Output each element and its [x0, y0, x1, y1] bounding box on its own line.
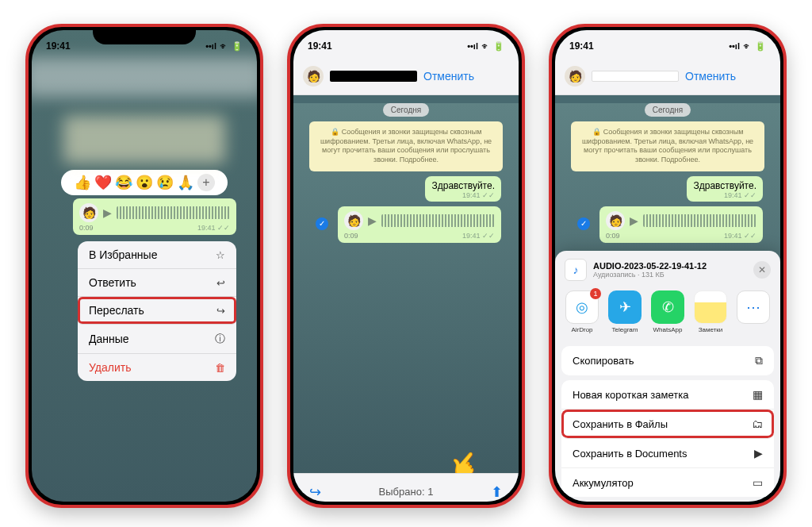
avatar: 🧑	[79, 203, 98, 222]
reaction-emoji[interactable]: 🙏	[177, 174, 194, 191]
app-icon: ⋯	[737, 290, 770, 324]
read-ticks-icon: ✓✓	[217, 224, 230, 232]
screen-3: 19:41 ••ıl ᯤ 🔋 🧑 Отменить Сегодня 🔒Сообщ…	[555, 30, 780, 502]
selection-checkmark[interactable]: ✓	[316, 217, 328, 230]
forward-icon[interactable]: ↪	[309, 483, 321, 501]
status-bar: 19:41 ••ıl ᯤ 🔋	[32, 30, 257, 57]
phone-frame-2: 19:41 ••ıl ᯤ 🔋 🧑 Отменить Сегодня 🔒Сообщ…	[287, 24, 525, 508]
waveform[interactable]	[381, 214, 495, 227]
status-time: 19:41	[569, 40, 594, 52]
menu-item-icon: 🗑	[215, 362, 225, 374]
share-apps-row: ◎AirDrop✈Telegram✆WhatsAppЗаметки⋯	[555, 287, 780, 341]
voice-time: 19:41	[197, 224, 216, 232]
reaction-emoji[interactable]: 😂	[115, 174, 132, 191]
read-ticks-icon: ✓✓	[482, 232, 495, 240]
action-icon: ▶	[754, 447, 763, 460]
avatar: 🧑	[606, 211, 625, 230]
menu-item-label: Переслать	[89, 304, 144, 317]
app-label: Telegram	[606, 326, 644, 333]
day-pill: Сегодня	[645, 103, 691, 117]
signal-icon: ••ıl	[467, 41, 478, 51]
wifi-icon: ᯤ	[220, 41, 228, 51]
menu-item-icon: ☆	[216, 249, 225, 261]
action-list-2: Новая короткая заметка▦Сохранить в Файлы…	[561, 380, 774, 497]
menu-item-label: В Избранные	[89, 248, 157, 261]
action-icon: ▭	[753, 476, 763, 489]
lock-icon: 🔒	[331, 128, 339, 136]
menu-item-Переслать[interactable]: Переслать↪	[78, 297, 236, 325]
encryption-text: Сообщения и звонки защищены сквозным шиф…	[582, 128, 753, 163]
chat-title-redacted	[330, 71, 417, 82]
add-reaction-icon[interactable]: +	[197, 174, 215, 191]
status-icons: ••ıl ᯤ 🔋	[729, 41, 766, 52]
voice-message-bubble[interactable]: 🧑 ▶ 0:09 19:41 ✓✓	[73, 198, 236, 235]
action-icon: ▦	[753, 388, 763, 401]
encryption-notice[interactable]: 🔒Сообщения и звонки защищены сквозным ши…	[571, 121, 764, 171]
voice-message-bubble[interactable]: 🧑 ▶ 0:09 19:41 ✓✓	[338, 206, 501, 243]
share-app-WhatsApp[interactable]: ✆WhatsApp	[649, 290, 687, 333]
share-app-Заметки[interactable]: Заметки	[691, 290, 730, 333]
message-text: Здравствуйте.	[431, 180, 495, 191]
chat-body: Сегодня 🔒Сообщения и звонки защищены скв…	[555, 103, 780, 502]
menu-item-Данные[interactable]: Данныеⓘ	[78, 325, 236, 354]
menu-item-Удалить[interactable]: Удалить🗑	[78, 354, 236, 381]
avatar[interactable]: 🧑	[303, 66, 324, 87]
phone-frame-3: 19:41 ••ıl ᯤ 🔋 🧑 Отменить Сегодня 🔒Сообщ…	[549, 24, 787, 508]
menu-item-В Избранные[interactable]: В Избранные☆	[78, 241, 236, 269]
action-icon: ⧉	[755, 354, 763, 367]
waveform[interactable]	[117, 206, 230, 219]
cancel-button[interactable]: Отменить	[423, 70, 474, 83]
share-sheet: ♪ AUDIO-2023-05-22-19-41-12 Аудиозапись …	[555, 251, 780, 502]
blurred-header	[32, 57, 257, 97]
menu-item-label: Данные	[89, 333, 129, 345]
voice-duration: 0:09	[79, 224, 94, 232]
waveform[interactable]	[643, 214, 756, 227]
menu-item-icon: ↩	[216, 277, 225, 289]
share-icon[interactable]: ⬆︎	[491, 483, 503, 501]
action-Новая короткая заметка[interactable]: Новая короткая заметка▦	[561, 380, 774, 410]
read-ticks-icon: ✓✓	[482, 191, 495, 199]
voice-duration: 0:09	[344, 232, 358, 240]
action-Скопировать[interactable]: Скопировать⧉	[561, 346, 774, 375]
action-list-1: Скопировать⧉	[561, 346, 774, 375]
reaction-emoji[interactable]: ❤️	[94, 174, 112, 191]
chat-body: Сегодня 🔒Сообщения и звонки защищены скв…	[293, 103, 519, 502]
avatar: 🧑	[344, 211, 363, 230]
share-app-more[interactable]: ⋯	[734, 290, 772, 333]
status-icons: ••ıl ᯤ 🔋	[205, 41, 243, 52]
context-menu: В Избранные☆Ответить↩Переслать↪ДанныеⓘУд…	[78, 241, 236, 381]
menu-item-label: Ответить	[89, 276, 136, 289]
reaction-emoji[interactable]: 👍	[74, 174, 91, 191]
avatar[interactable]: 🧑	[565, 66, 585, 87]
action-Сохранить в Documents[interactable]: Сохранить в Documents▶	[561, 439, 774, 468]
reaction-bar[interactable]: 👍❤️😂😮😢🙏+	[61, 170, 228, 195]
selection-checkmark[interactable]: ✓	[577, 217, 590, 230]
action-Сохранить в Файлы[interactable]: Сохранить в Файлы🗂	[561, 410, 774, 439]
voice-time: 19:41	[724, 232, 742, 240]
status-bar: 19:41 ••ıl ᯤ 🔋	[555, 30, 780, 57]
encryption-notice[interactable]: 🔒Сообщения и звонки защищены сквозным ши…	[309, 121, 503, 171]
read-ticks-icon: ✓✓	[744, 191, 756, 199]
status-time: 19:41	[46, 40, 71, 52]
play-icon[interactable]: ▶	[630, 214, 638, 227]
battery-icon: 🔋	[755, 41, 766, 52]
action-label: Новая короткая заметка	[573, 389, 688, 401]
play-icon[interactable]: ▶	[368, 214, 377, 227]
battery-icon: 🔋	[493, 41, 504, 52]
close-icon[interactable]: ✕	[753, 261, 771, 279]
voice-message-bubble[interactable]: 🧑 ▶ 0:09 19:41 ✓✓	[599, 206, 763, 243]
text-message[interactable]: Здравствуйте. 19:41 ✓✓	[687, 176, 763, 202]
text-message[interactable]: Здравствуйте. 19:41 ✓✓	[425, 176, 501, 202]
share-file-name: AUDIO-2023-05-22-19-41-12	[593, 261, 747, 271]
lock-icon: 🔒	[592, 128, 601, 136]
play-icon[interactable]: ▶	[103, 206, 112, 219]
status-icons: ••ıl ᯤ 🔋	[467, 41, 504, 52]
reaction-emoji[interactable]: 😮	[136, 174, 153, 191]
action-label: Сохранить в Файлы	[573, 418, 668, 430]
share-app-Telegram[interactable]: ✈Telegram	[606, 290, 644, 333]
cancel-button[interactable]: Отменить	[685, 70, 736, 83]
share-app-AirDrop[interactable]: ◎AirDrop	[563, 290, 601, 333]
menu-item-Ответить[interactable]: Ответить↩	[78, 269, 236, 297]
reaction-emoji[interactable]: 😢	[156, 174, 174, 191]
action-Аккумулятор[interactable]: Аккумулятор▭	[561, 468, 774, 497]
